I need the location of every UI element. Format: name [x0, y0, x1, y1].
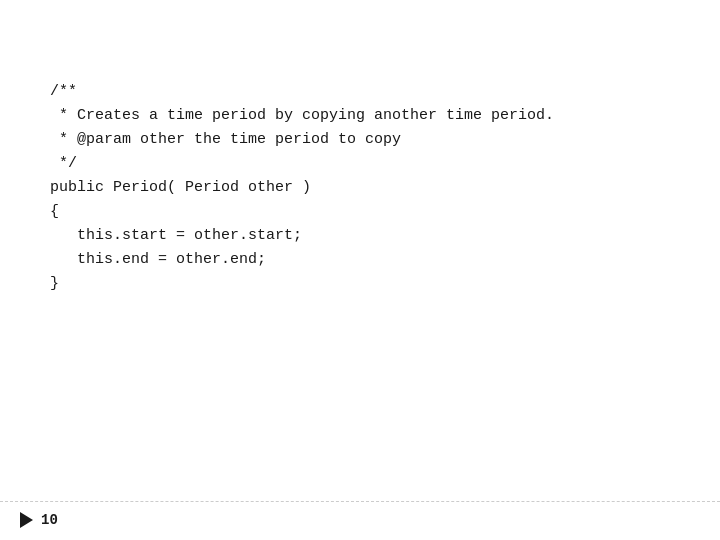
code-line-1: /** [50, 83, 77, 100]
code-line-2: * Creates a time period by copying anoth… [50, 107, 554, 124]
code-line-6: { [50, 203, 59, 220]
code-line-5: public Period( Period other ) [50, 179, 311, 196]
code-block: /** * Creates a time period by copying a… [50, 80, 670, 296]
slide-number: 10 [41, 512, 58, 528]
play-icon [20, 512, 33, 528]
slide-container: /** * Creates a time period by copying a… [0, 0, 720, 540]
code-line-3: * @param other the time period to copy [50, 131, 401, 148]
code-line-8: this.end = other.end; [50, 251, 266, 268]
code-line-4: */ [50, 155, 77, 172]
code-line-7: this.start = other.start; [50, 227, 302, 244]
slide-footer: 10 [0, 501, 720, 540]
code-line-9: } [50, 275, 59, 292]
